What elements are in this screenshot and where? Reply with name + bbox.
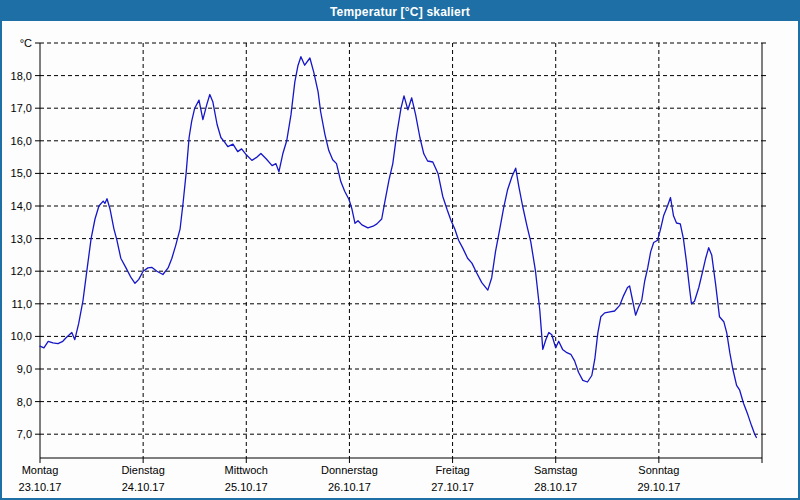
- y-axis-tick-label: 10,0: [11, 330, 32, 342]
- day-name-label: Mittwoch: [225, 464, 268, 476]
- y-axis-tick-label: 11,0: [11, 298, 32, 310]
- day-date-label: 23.10.17: [19, 481, 62, 493]
- y-axis-tick-label: 14,0: [11, 200, 32, 212]
- chart-window: Temperatur [°C] skaliert °C18,017,016,01…: [0, 0, 800, 500]
- day-date-label: 29.10.17: [637, 481, 680, 493]
- day-date-label: 28.10.17: [534, 481, 577, 493]
- y-axis-tick-label: 12,0: [11, 265, 32, 277]
- day-name-label: Sonntag: [638, 464, 679, 476]
- y-axis-tick-label: 18,0: [11, 70, 32, 82]
- day-date-label: 26.10.17: [328, 481, 371, 493]
- y-axis-tick-label: 13,0: [11, 233, 32, 245]
- day-date-label: 24.10.17: [122, 481, 165, 493]
- temperature-chart: °C18,017,016,015,014,013,012,011,010,09,…: [2, 2, 798, 498]
- y-axis-tick-label: 9,0: [17, 363, 32, 375]
- day-name-label: Dienstag: [121, 464, 164, 476]
- day-name-label: Freitag: [435, 464, 469, 476]
- y-axis-tick-label: 17,0: [11, 102, 32, 114]
- day-name-label: Donnerstag: [321, 464, 378, 476]
- day-name-label: Samstag: [534, 464, 577, 476]
- y-axis-tick-label: 15,0: [11, 167, 32, 179]
- y-axis-tick-label: 16,0: [11, 135, 32, 147]
- day-date-label: 25.10.17: [225, 481, 268, 493]
- day-name-label: Montag: [22, 464, 59, 476]
- day-date-label: 27.10.17: [431, 481, 474, 493]
- y-axis-tick-label: 8,0: [17, 396, 32, 408]
- window-title: Temperatur [°C] skaliert: [330, 5, 470, 19]
- title-bar: Temperatur [°C] skaliert: [2, 2, 798, 21]
- y-axis-tick-label: 7,0: [17, 428, 32, 440]
- temperature-line: [40, 57, 756, 438]
- y-axis-tick-label: °C: [20, 37, 32, 49]
